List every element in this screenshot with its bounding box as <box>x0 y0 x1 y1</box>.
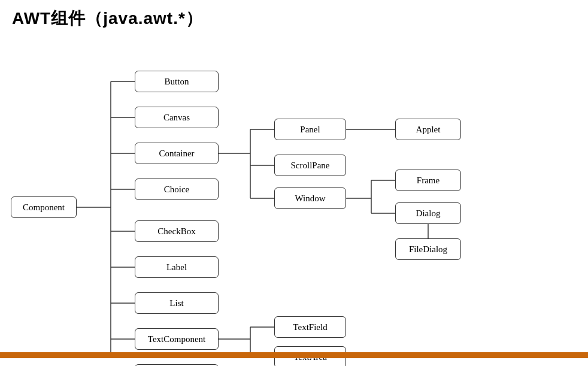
node-choice: Choice <box>135 179 219 200</box>
node-checkbox: CheckBox <box>135 220 219 242</box>
node-list: List <box>135 292 219 314</box>
node-panel: Panel <box>274 119 346 140</box>
node-component: Component <box>11 196 77 218</box>
node-dialog: Dialog <box>395 202 461 224</box>
node-container: Container <box>135 143 219 164</box>
node-textfield: TextField <box>274 316 346 338</box>
bottom-bar <box>0 352 588 358</box>
page-title: AWT组件（java.awt.*） <box>0 0 588 35</box>
node-button: Button <box>135 71 219 92</box>
node-frame: Frame <box>395 170 461 191</box>
node-textcomponent: TextComponent <box>135 328 219 350</box>
node-applet: Applet <box>395 119 461 140</box>
node-window: Window <box>274 187 346 209</box>
node-scrollpane: ScrollPane <box>274 155 346 176</box>
node-filedialog: FileDialog <box>395 238 461 260</box>
diagram-area: Component Button Canvas Container Choice… <box>0 35 588 358</box>
node-label: Label <box>135 256 219 278</box>
node-canvas: Canvas <box>135 107 219 128</box>
